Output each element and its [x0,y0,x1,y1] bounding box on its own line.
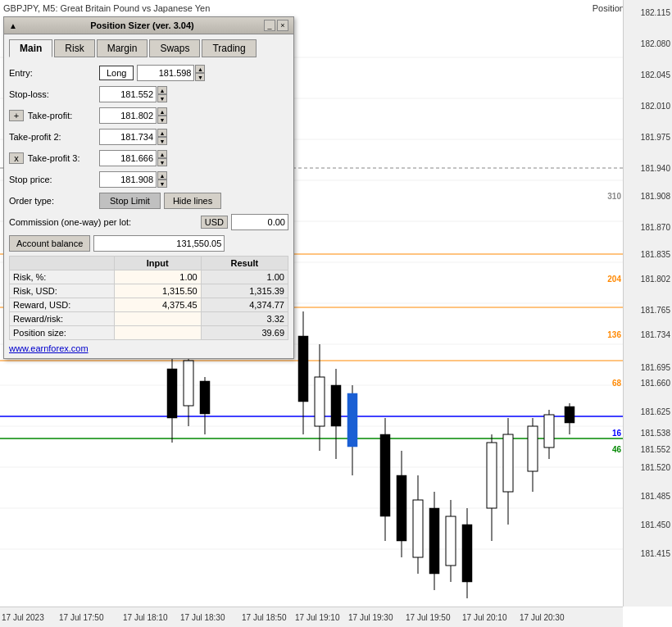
reward-usd-input-field[interactable] [118,300,198,310]
take-profit-2-value-input[interactable] [99,129,157,145]
tab-bar: Main Risk Margin Swaps Trading [9,39,288,57]
stop-loss-spin-down[interactable]: ▼ [157,94,167,102]
entry-value-input[interactable] [137,65,194,81]
svg-rect-38 [413,500,423,557]
tab-risk[interactable]: Risk [54,39,94,57]
take-profit-spin-up[interactable]: ▲ [157,107,167,116]
stop-price-label: Stop price: [9,175,99,184]
take-profit-2-spin-up[interactable]: ▲ [157,129,167,137]
take-profit-input-group: ▲ ▼ [99,107,167,124]
take-profit-value-input[interactable] [99,107,157,124]
price-label-7: 181.870 [641,223,670,232]
panel-titlebar[interactable]: ▲ Position Sizer (ver. 3.04) _ × [4,17,293,34]
stop-loss-spin-up[interactable]: ▲ [157,86,167,94]
stop-loss-spin: ▲ ▼ [157,86,167,102]
order-type-row: Order type: Stop Limit Hide lines [9,192,288,210]
stop-price-spin-up[interactable]: ▲ [157,171,167,179]
price-label-6: 181.940 [641,164,670,173]
entry-spin-down[interactable]: ▼ [195,73,205,81]
stop-loss-value-input[interactable] [99,86,157,102]
table-row: Risk, %: 1.00 [10,270,288,284]
time-axis: 17 Jul 2023 17 Jul 17:50 17 Jul 18:10 17… [0,607,623,627]
svg-rect-44 [462,525,472,582]
svg-rect-48 [503,434,513,492]
account-balance-button[interactable]: Account balance [9,235,90,252]
minimize-button[interactable]: _ [264,20,275,31]
take-profit-spin-down[interactable]: ▼ [157,116,167,124]
price-label-tp1: 181.802 [641,275,670,284]
price-label-12: 181.520 [641,463,670,472]
hide-lines-button[interactable]: Hide lines [164,193,221,209]
risk-usd-input[interactable] [114,284,201,298]
time-label-8: 17 Jul 20:10 [462,613,507,622]
time-label-6: 17 Jul 19:30 [348,613,393,622]
svg-rect-42 [446,516,456,566]
stop-price-spin-down[interactable]: ▼ [157,179,167,188]
take-profit-2-spin: ▲ ▼ [157,129,167,145]
svg-rect-22 [184,361,193,406]
stop-price-value-input[interactable] [99,171,157,188]
time-label-1: 17 Jul 17:50 [59,613,104,622]
price-label-15: 181.415 [641,549,670,558]
panel-controls: _ × [264,20,288,31]
take-profit-prefix[interactable]: + [9,110,24,121]
take-profit-3-value-input[interactable] [99,150,157,166]
risk-pct-input-field[interactable] [118,272,198,282]
price-label-8: 181.835 [641,250,670,259]
risk-usd-label: Risk, USD: [10,284,115,298]
side-label-204: 204 [607,275,621,284]
stop-loss-label: Stop-loss: [9,89,99,99]
take-profit-spin: ▲ ▼ [157,107,167,124]
time-label-9: 17 Jul 20:30 [520,613,565,622]
price-label-11: 181.625 [641,407,670,416]
close-button[interactable]: × [277,20,288,31]
risk-pct-input[interactable] [114,270,201,284]
table-row: Reward/risk: 3.32 [10,312,288,326]
price-label-9: 181.765 [641,306,670,315]
tab-main[interactable]: Main [9,39,52,57]
take-profit-3-prefix[interactable]: x [9,152,24,164]
position-sizer-panel: ▲ Position Sizer (ver. 3.04) _ × Main Ri… [3,16,294,359]
stop-price-input-group: ▲ ▼ [99,171,167,188]
price-label-tp3: 181.660 [641,379,670,388]
svg-rect-34 [380,434,390,516]
time-label-2: 17 Jul 18:10 [123,613,168,622]
take-profit-3-spin-up[interactable]: ▲ [157,150,167,158]
price-label-tp2: 181.734 [641,330,670,339]
price-label-2: 182.080 [641,39,670,48]
svg-rect-24 [200,381,210,414]
svg-rect-20 [167,369,177,418]
earnforex-link[interactable]: www.earnforex.com [9,343,288,353]
side-label-16: 16 [612,429,621,438]
risk-usd-input-field[interactable] [118,286,198,296]
position-size-result: 39.69 [201,326,288,340]
price-label-1: 182.115 [641,8,670,17]
take-profit-2-input-group: ▲ ▼ [99,129,167,145]
svg-rect-54 [565,407,574,423]
entry-spin-buttons: ▲ ▼ [195,65,205,81]
entry-spin-up[interactable]: ▲ [195,65,205,73]
panel-title: Position Sizer (ver. 3.04) [90,20,194,30]
entry-type-button[interactable]: Long [99,66,134,80]
reward-usd-input[interactable] [114,298,201,312]
tab-trading[interactable]: Trading [202,39,256,57]
price-label-4: 182.010 [641,102,670,111]
table-row: Risk, USD: 1,315.39 [10,284,288,298]
price-label-sl: 181.552 [641,445,670,454]
svg-rect-46 [487,443,497,508]
chart-title: GBPJPY, M5: Great Britain Pound vs Japan… [3,3,210,13]
time-label-0: 17 Jul 2023 [2,613,44,622]
price-label-5: 181.975 [641,133,670,142]
tab-margin[interactable]: Margin [97,39,148,57]
account-balance-input[interactable] [93,235,225,252]
take-profit-2-spin-down[interactable]: ▼ [157,137,167,145]
risk-pct-label: Risk, %: [10,270,115,284]
take-profit-3-spin-down[interactable]: ▼ [157,158,167,166]
risk-pct-result: 1.00 [201,270,288,284]
price-label-10: 181.695 [641,363,670,372]
commission-value-input[interactable] [231,214,288,230]
stop-price-spin: ▲ ▼ [157,171,167,188]
take-profit-label: + Take-profit: [9,110,99,121]
tab-swaps[interactable]: Swaps [149,39,200,57]
stop-limit-button[interactable]: Stop Limit [99,193,161,209]
